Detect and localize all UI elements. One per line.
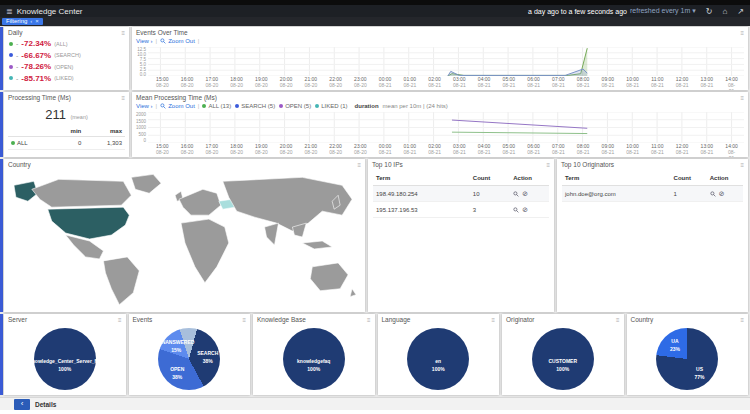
panel-header: Events≡ [129, 314, 251, 324]
x-axis-tick: 18:0008-20 [230, 76, 243, 88]
table-row[interactable]: ALL 0 1,303 [8, 137, 125, 150]
x-axis-tick: 17:0008-20 [205, 76, 218, 88]
zoom-in-icon[interactable] [513, 191, 519, 197]
dashboard-menu-icon[interactable]: ≣ [6, 7, 13, 16]
panel-menu-icon[interactable]: ≡ [740, 317, 744, 323]
tick-date: 08-20 [329, 82, 342, 88]
pie-label-pct: 38% [197, 357, 218, 365]
panel-menu-icon[interactable]: ≡ [367, 317, 371, 323]
view-link[interactable]: View › [136, 103, 153, 109]
knowledge_base-pie-chart[interactable]: knowledgefaq100% [283, 328, 345, 390]
zoom-in-icon[interactable] [513, 207, 519, 213]
x-axis-tick: 19:0008-20 [255, 76, 268, 88]
panel-daily: Daily ≡ --72.34%(ALL)--66.67%(SEARCH)--7… [4, 27, 129, 90]
panel-menu-icon[interactable]: ≡ [242, 317, 246, 323]
panel-menu-icon[interactable]: ≡ [616, 317, 620, 323]
panel-menu-icon[interactable]: ≡ [118, 317, 122, 323]
pie-label-name: OPEN [170, 365, 184, 373]
row1-handle[interactable] [0, 27, 3, 90]
legend-item[interactable]: OPEN (5) [279, 103, 311, 109]
language-pie-chart[interactable]: en100% [407, 328, 469, 390]
panel-menu-icon[interactable]: ≡ [357, 162, 361, 168]
zoom-in-icon[interactable] [710, 191, 716, 197]
map-europe[interactable] [179, 189, 221, 215]
server-pie-chart[interactable]: Knowledge_Center_Server_No100% [34, 328, 96, 390]
legend-item[interactable]: LIKED (1) [315, 103, 347, 109]
chevron-left-icon[interactable]: ‹ [30, 18, 32, 25]
table-row[interactable]: 195.137.196.533⊘ [373, 202, 549, 218]
table-row[interactable]: 198.49.180.25410⊘ [373, 186, 549, 202]
map-greenland[interactable] [131, 174, 161, 193]
exclude-icon[interactable]: ⊘ [719, 190, 725, 197]
col-count[interactable]: Count [671, 171, 707, 186]
map-australia[interactable] [310, 263, 348, 291]
view-link[interactable]: View › [136, 38, 153, 44]
x-axis-tick: 22:0008-20 [329, 76, 342, 88]
map-canada[interactable] [32, 179, 131, 207]
world-map[interactable] [4, 170, 365, 312]
row2-handle[interactable] [0, 92, 3, 157]
map-indonesia[interactable] [302, 241, 332, 249]
zoom-out-link[interactable]: Zoom Out [160, 38, 195, 44]
panel-menu-icon[interactable]: ≡ [740, 30, 744, 36]
zoom-out-link[interactable]: Zoom Out [160, 103, 195, 109]
tick-date: 08-21 [577, 149, 590, 155]
map-usa[interactable] [48, 207, 130, 239]
exclude-icon[interactable]: ⊘ [522, 190, 528, 197]
map-new-zealand[interactable] [350, 289, 356, 297]
panel-title-top-ips: Top 10 IPs [372, 161, 403, 168]
refresh-icon[interactable]: ↻ [706, 7, 713, 16]
tick-date: 08-21 [527, 82, 540, 88]
table-row[interactable]: john.doe@org.com1⊘ [562, 186, 743, 202]
legend-item[interactable]: SEARCH (5) [235, 103, 275, 109]
daily-metric-value: -72.34% [21, 39, 51, 48]
events-chart-plot[interactable] [148, 47, 744, 76]
legend-label: LIKED (1) [321, 103, 347, 109]
map-india[interactable] [265, 223, 279, 245]
exclude-icon[interactable]: ⊘ [522, 206, 528, 213]
mean-chart-plot[interactable] [148, 112, 744, 143]
originator-pie-chart[interactable]: CUSTOMER100% [532, 328, 594, 390]
filtering-chip[interactable]: Filtering ‹ × [2, 18, 43, 25]
legend-note-bold: duration [355, 103, 379, 109]
panel-menu-icon[interactable]: ≡ [740, 95, 744, 101]
time-range-text[interactable]: a day ago to a few seconds ago [528, 8, 627, 15]
row4-handle[interactable] [0, 314, 3, 395]
country_pie-pie-chart[interactable]: US77%UA23% [656, 328, 718, 390]
toolbar-separator: | [156, 38, 158, 44]
pie-label-pct: 100% [297, 365, 330, 373]
panel-menu-icon[interactable]: ≡ [121, 95, 125, 101]
action-icons: ⊘ [513, 190, 546, 197]
panel-menu-icon[interactable]: ≡ [740, 162, 744, 168]
col-term[interactable]: Term [562, 171, 671, 186]
x-axis-tick: 12:0008-21 [676, 143, 689, 155]
y-tick-label: 500 [138, 132, 146, 137]
map-south-america[interactable] [103, 257, 139, 305]
map-mexico[interactable] [66, 235, 104, 259]
refresh-interval-link[interactable]: refreshed every 1m ▾ [630, 7, 696, 15]
tick-date: 08-21 [502, 149, 515, 155]
tick-date: 08-21 [700, 82, 713, 88]
legend-item[interactable]: ALL (13) [202, 103, 231, 109]
collapse-details-button[interactable]: ‹ [14, 399, 30, 410]
share-icon[interactable]: ↗ [737, 7, 744, 16]
x-axis-tick: 01:0008-21 [403, 76, 416, 88]
panel-menu-icon[interactable]: ≡ [121, 30, 125, 36]
remove-filter-icon[interactable]: × [35, 18, 39, 25]
panel-menu-icon[interactable]: ≡ [491, 317, 495, 323]
x-axis-tick: 18:0008-20 [230, 143, 243, 155]
home-icon[interactable]: ⌂ [722, 7, 727, 16]
events-pie-chart[interactable]: SEARCH38%OPEN38%UNANSWERED15% [158, 328, 220, 390]
daily-metric-label: (SEARCH) [54, 52, 81, 58]
panel-menu-icon[interactable]: ≡ [546, 162, 550, 168]
tick-date: 08-21 [453, 82, 466, 88]
term-cell: john.doe@org.com [562, 186, 671, 202]
col-term[interactable]: Term [373, 171, 470, 186]
action-cell: ⊘ [510, 186, 549, 202]
map-africa[interactable] [181, 219, 229, 283]
tick-date: 08-20 [230, 149, 243, 155]
tick-date: 08-21 [601, 82, 614, 88]
col-count[interactable]: Count [470, 171, 510, 186]
row3-handle[interactable] [0, 159, 3, 312]
top-ips-table: Term Count Action 198.49.180.25410⊘195.1… [373, 171, 549, 218]
